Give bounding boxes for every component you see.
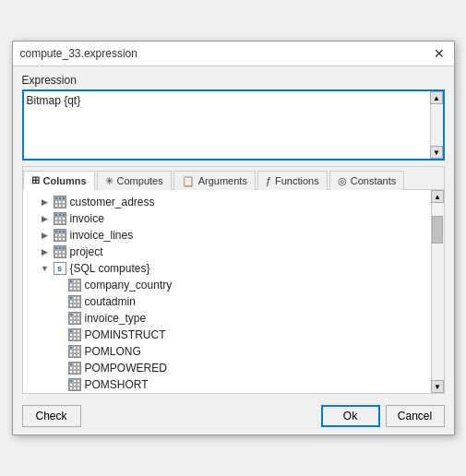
cancel-button[interactable]: Cancel <box>386 405 445 427</box>
functions-tab-icon: ƒ <box>266 175 271 186</box>
constants-tab-icon: ◎ <box>338 175 347 187</box>
tree-scrollbar[interactable]: ▲ ▼ <box>431 190 444 393</box>
table-icon <box>53 228 67 243</box>
tree-content: ▶ customer_adress ▶ invoice <box>23 190 431 393</box>
tab-computes[interactable]: ✳ Computes <box>97 171 172 190</box>
tree-item-label: invoice_lines <box>70 229 134 242</box>
tree-item-label: customer_adress <box>70 196 155 208</box>
scrollbar-thumb-inner[interactable] <box>432 216 443 244</box>
tree-item-label: company_country <box>85 279 173 292</box>
list-item[interactable]: ▶ POMPOWERED <box>23 360 431 376</box>
ok-button[interactable]: Ok <box>321 405 380 427</box>
field-icon <box>67 294 82 309</box>
tab-columns-label: Columns <box>43 175 87 186</box>
tree-item-label: POMSHORT <box>85 378 149 391</box>
expand-icon[interactable]: ▶ <box>38 195 53 209</box>
tab-columns[interactable]: ⊞ Columns <box>23 171 95 190</box>
list-item[interactable]: ▶ POMSHORT <box>23 376 431 393</box>
tab-constants-label: Constants <box>351 175 397 186</box>
expand-icon[interactable]: ▼ <box>38 261 53 276</box>
tab-arguments-label: Arguments <box>198 175 247 186</box>
field-icon <box>67 278 82 292</box>
tree-item-label: coutadmin <box>85 295 136 308</box>
columns-tab-icon: ⊞ <box>31 174 40 186</box>
tree-item-label: {SQL computes} <box>70 262 150 275</box>
expand-icon[interactable]: ▶ <box>38 211 53 226</box>
computes-tab-icon: ✳ <box>105 175 114 187</box>
list-item[interactable]: ▶ POMINSTRUCT <box>23 327 431 343</box>
tab-computes-label: Computes <box>117 175 163 186</box>
tab-bar: ⊞ Columns ✳ Computes 📋 Arguments ƒ Funct… <box>23 167 444 190</box>
table-icon <box>53 244 67 259</box>
dialog-title: compute_33.expression <box>20 47 137 60</box>
arguments-tab-icon: 📋 <box>182 175 195 187</box>
expression-label: Expression <box>22 74 445 87</box>
list-item[interactable]: ▶ invoice_type <box>23 310 431 327</box>
expression-input-wrapper: ▲ ▼ <box>22 89 445 161</box>
table-icon <box>53 211 67 226</box>
tree-item-label: invoice_type <box>85 312 147 325</box>
expand-icon[interactable]: ▶ <box>38 228 53 243</box>
title-bar: compute_33.expression ✕ <box>13 42 454 66</box>
field-icon <box>67 361 82 375</box>
tabs-section: ⊞ Columns ✳ Computes 📋 Arguments ƒ Funct… <box>22 166 445 394</box>
tree-item-label: POMINSTRUCT <box>85 328 166 341</box>
expression-scrollbar[interactable]: ▲ ▼ <box>430 91 443 159</box>
scrollbar-thumb[interactable] <box>432 203 444 380</box>
scroll-down-arrow[interactable]: ▼ <box>431 380 444 393</box>
sql-group-icon: S <box>53 261 67 276</box>
tree-item-label: invoice <box>70 212 104 225</box>
field-icon <box>67 311 82 326</box>
scroll-down-arrow[interactable]: ▼ <box>430 146 443 159</box>
tab-functions-label: Functions <box>275 175 319 186</box>
list-item[interactable]: ▶ company_country <box>23 277 431 293</box>
table-icon <box>53 195 67 209</box>
field-icon <box>67 344 82 359</box>
bottom-buttons: Check Ok Cancel <box>13 398 454 434</box>
field-icon <box>67 327 82 342</box>
tab-arguments[interactable]: 📋 Arguments <box>173 171 256 190</box>
scroll-up-arrow[interactable]: ▲ <box>430 91 443 104</box>
tab-constants[interactable]: ◎ Constants <box>329 171 405 190</box>
tree-item-label: POMLONG <box>85 345 141 358</box>
list-item[interactable]: ▶ customer_adress <box>23 194 431 210</box>
list-item[interactable]: ▶ invoice_lines <box>23 227 431 244</box>
expression-input[interactable] <box>24 91 443 156</box>
tab-functions[interactable]: ƒ Functions <box>257 171 328 190</box>
dialog: compute_33.expression ✕ Expression ▲ ▼ ⊞… <box>12 41 455 435</box>
field-icon <box>67 377 82 392</box>
close-button[interactable]: ✕ <box>432 46 447 61</box>
expand-icon[interactable]: ▶ <box>38 244 53 259</box>
tree-area: ▶ customer_adress ▶ invoice <box>23 190 444 393</box>
check-button[interactable]: Check <box>22 405 81 427</box>
tree-item-label: project <box>70 245 103 258</box>
expression-section: Expression ▲ ▼ <box>13 66 454 166</box>
list-item[interactable]: ▼ S {SQL computes} <box>23 260 431 277</box>
list-item[interactable]: ▶ coutadmin <box>23 293 431 310</box>
scroll-up-arrow[interactable]: ▲ <box>431 190 444 203</box>
tree-item-label: POMPOWERED <box>85 362 167 375</box>
list-item[interactable]: ▶ invoice <box>23 210 431 227</box>
list-item[interactable]: ▶ POMLONG <box>23 343 431 360</box>
list-item[interactable]: ▶ project <box>23 244 431 260</box>
